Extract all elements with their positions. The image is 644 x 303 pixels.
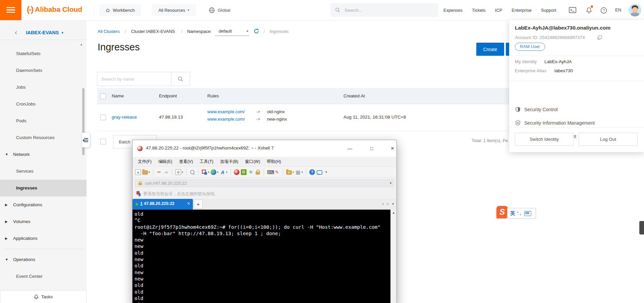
ime-keyboard-icon[interactable] — [524, 211, 531, 216]
alibaba-cloud-logo[interactable]: (-) Alibaba Cloud — [27, 5, 82, 14]
namespace-select[interactable]: default ▾ — [215, 28, 250, 36]
sogou-logo-icon[interactable]: S — [496, 206, 508, 218]
lock-screen-icon[interactable] — [255, 169, 261, 175]
hamburger-menu-button[interactable] — [0, 0, 21, 20]
font-icon[interactable]: A▾ — [220, 169, 227, 175]
terminal-scrollbar[interactable]: ▲ — [390, 210, 396, 303]
xftp-icon[interactable]: D — [241, 169, 247, 175]
tab-next-icon[interactable]: ▸ — [387, 202, 389, 206]
sidebar-item-cronjobs[interactable]: CronJobs — [0, 96, 87, 113]
nav-link-icp[interactable]: ICP — [495, 8, 502, 13]
rule-host-link[interactable]: www.example.com/ — [207, 117, 256, 122]
layout-icon[interactable]: ▾ — [202, 169, 209, 175]
sidebar-item-ingresses[interactable]: Ingresses — [0, 180, 87, 197]
fullscreen-icon[interactable]: ✛ — [248, 169, 254, 175]
views-grid-icon[interactable]: ▦▾ — [295, 169, 303, 175]
address-field[interactable]: ssh://47.88.20.225:22 ▾ — [135, 179, 394, 187]
back-chevron-icon[interactable]: ‹ — [15, 29, 17, 36]
dropdown-caret-icon[interactable]: ▾ — [292, 171, 294, 174]
window-titlebar[interactable]: 47.88.20.225:22 - root@iZrj9f5f7p1hwhom4… — [132, 140, 396, 157]
dropdown-caret-icon[interactable]: ▾ — [226, 171, 227, 174]
ingress-name-link[interactable]: gray-release — [112, 115, 137, 120]
all-resources-dropdown[interactable]: All Resources ▾ — [152, 4, 196, 16]
reconnect-icon[interactable]: ∞ — [163, 169, 169, 175]
open-session-folder-icon[interactable]: ▾ — [142, 169, 150, 175]
name-search-button[interactable] — [171, 72, 190, 86]
ime-status-bar[interactable]: S 英 ’， — [496, 206, 536, 219]
notifications-bell-icon[interactable] — [586, 7, 592, 14]
dropdown-caret-icon[interactable]: ▾ — [182, 171, 183, 174]
nav-link-enterprise[interactable]: Enterprise — [512, 8, 531, 13]
sidebar-item-event-center[interactable]: Event Center — [0, 268, 87, 285]
account-menu-security-control[interactable]: Security Control — [509, 103, 644, 116]
maximize-button[interactable]: □ — [366, 144, 378, 153]
minimize-button[interactable]: — — [344, 144, 356, 153]
menu-编辑(E)[interactable]: 编辑(E) — [155, 159, 176, 165]
row-checkbox[interactable] — [100, 115, 106, 120]
create-button[interactable]: Create — [476, 43, 504, 56]
global-search[interactable] — [330, 3, 438, 17]
scroll-up-icon[interactable]: ▲ — [391, 210, 396, 214]
tasks-button[interactable]: Tasks — [0, 290, 87, 303]
new-session-icon[interactable]: + — [135, 169, 141, 175]
menu-帮助(H)[interactable]: 帮助(H) — [264, 159, 284, 165]
xshell-icon[interactable] — [234, 169, 239, 175]
tab-close-icon[interactable]: ✕ — [187, 201, 190, 206]
keyboard-icon[interactable]: ⌨ — [267, 169, 273, 175]
account-menu-security-information-management[interactable]: Security Information Management — [509, 116, 644, 130]
footer-select-checkbox[interactable] — [100, 139, 106, 144]
nav-link-tickets[interactable]: Tickets — [472, 8, 486, 13]
session-properties-icon[interactable]: ⚙▾ — [175, 169, 183, 175]
log-out-button[interactable]: Log Out — [579, 133, 638, 146]
tab-list-caret-icon[interactable]: ▾ — [392, 202, 394, 206]
region-selector[interactable]: Global — [209, 4, 230, 16]
copy-icon[interactable] — [597, 35, 602, 40]
help-icon[interactable]: ? — [309, 169, 315, 175]
sidebar-item-configurations[interactable]: ▶Configurations — [0, 197, 87, 213]
sidebar-item-operations[interactable]: ▼Operations — [0, 251, 87, 268]
terminal-screen[interactable]: old ^C root@iZrj9f5f7p1hwhom4cex69Z:~# f… — [132, 210, 396, 303]
sidebar-collapse-handle[interactable] — [82, 133, 90, 147]
workbench-button[interactable]: Workbench — [99, 4, 141, 16]
sidebar-item-volumes[interactable]: ▶Volumes — [0, 213, 87, 230]
feedback-bubble-icon[interactable] — [316, 169, 322, 175]
compose-pen-icon[interactable]: ✎ — [274, 169, 280, 175]
menu-工具(T)[interactable]: 工具(T) — [196, 159, 217, 165]
sidebar-item-statefulsets[interactable]: StatefulSets — [0, 45, 87, 62]
close-button[interactable]: × — [386, 144, 398, 153]
select-all-checkbox[interactable] — [100, 93, 106, 99]
ime-punctuation-toggle[interactable]: ’， — [517, 210, 522, 216]
sidebar-item-services[interactable]: Services — [0, 163, 87, 180]
switch-identity-button[interactable]: Switch Identity — [515, 133, 574, 146]
session-tab[interactable]: 1 47.88.20.225:22 ✕ — [132, 199, 193, 210]
dropdown-caret-icon[interactable]: ▾ — [149, 171, 150, 174]
sidebar-item-daemonsets[interactable]: DaemonSets — [0, 62, 87, 79]
menu-查看(V)[interactable]: 查看(V) — [176, 159, 197, 165]
new-folder-icon[interactable]: +▾ — [286, 169, 294, 175]
cluster-switcher[interactable]: ‹ IABEX-EVANS ▾ — [0, 26, 87, 40]
menu-文件(F)[interactable]: 文件(F) — [135, 159, 155, 165]
nav-link-support[interactable]: Support — [541, 8, 556, 13]
sidebar-item-jobs[interactable]: Jobs — [0, 79, 87, 96]
breadcrumb-all-clusters[interactable]: All Clusters — [98, 29, 120, 34]
encoding-globe-icon[interactable]: ▾ — [211, 169, 218, 175]
toolbar-overflow-icon[interactable]: ▾ — [323, 169, 329, 175]
menu-窗口(W)[interactable]: 窗口(W) — [241, 159, 263, 165]
cloudshell-terminal-icon[interactable] — [569, 7, 576, 13]
sidebar-item-custom-resources[interactable]: Custom Resources — [0, 129, 87, 146]
refresh-icon[interactable] — [254, 28, 259, 34]
disconnect-icon[interactable]: ✂ — [156, 169, 162, 175]
dropdown-caret-icon[interactable]: ▾ — [302, 171, 303, 174]
rule-host-link[interactable]: www.example.com/ — [207, 109, 256, 114]
chevron-down-icon[interactable]: ▾ — [390, 181, 391, 185]
new-tab-button[interactable]: + — [194, 200, 203, 209]
sidebar-item-pods[interactable]: Pods — [0, 113, 87, 129]
tab-prev-icon[interactable]: ◂ — [382, 202, 384, 206]
screen-edge-handle[interactable] — [639, 221, 644, 234]
help-icon[interactable]: ? — [600, 7, 607, 14]
global-search-input[interactable] — [344, 7, 426, 13]
ime-language-toggle[interactable]: 英 — [510, 210, 515, 217]
menu-选项卡(B)[interactable]: 选项卡(B) — [217, 159, 241, 165]
user-avatar[interactable] — [629, 4, 641, 16]
dropdown-caret-icon[interactable]: ▾ — [217, 171, 218, 174]
